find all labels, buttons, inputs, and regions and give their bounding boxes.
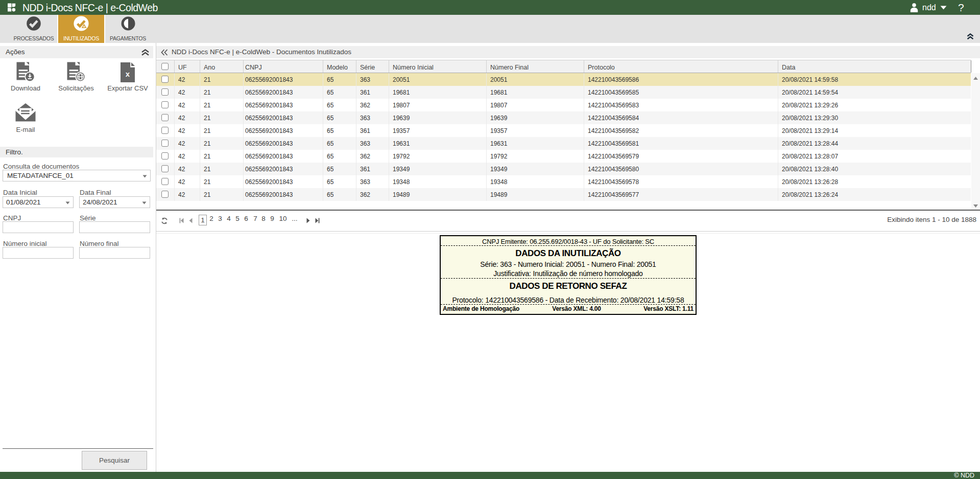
svg-text:x: x <box>126 70 130 78</box>
